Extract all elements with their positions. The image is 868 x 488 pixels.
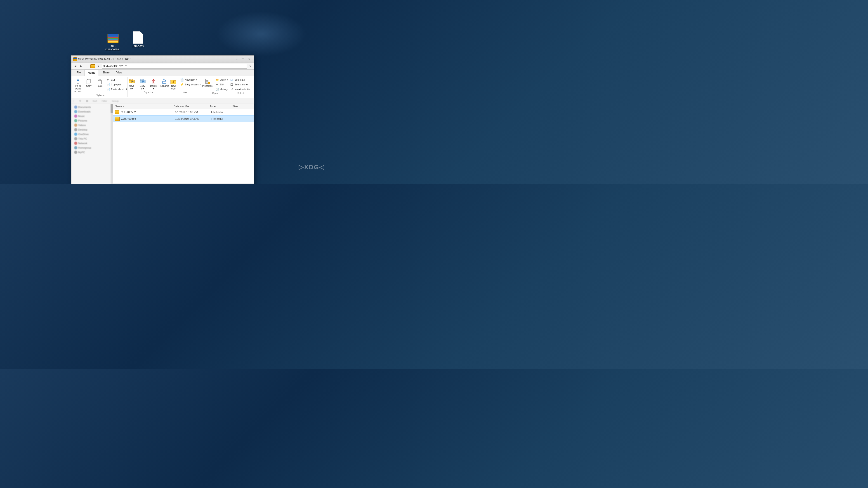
select-none-button[interactable]: ☐ Select none	[229, 82, 252, 87]
organize-group-content: Moveto ▾	[127, 77, 170, 91]
easy-access-dropdown-icon: ▾	[199, 84, 201, 86]
svg-rect-21	[87, 80, 90, 84]
close-button[interactable]: ✕	[246, 57, 252, 62]
minimize-button[interactable]: −	[234, 57, 240, 62]
copy-to-icon	[139, 78, 146, 85]
paste-button[interactable]: Paste	[95, 77, 105, 88]
column-header-type[interactable]: Type	[210, 105, 232, 108]
svg-rect-43	[162, 81, 166, 84]
new-group-content: Newfolder 📄 New item ▾ ⚡ Easy access ▾	[168, 77, 202, 91]
svg-rect-17	[76, 79, 79, 81]
rename-label: Rename	[160, 85, 169, 88]
status-selected: 1 item selected	[130, 184, 147, 185]
delete-button[interactable]: Delete ▾	[148, 77, 158, 91]
nav-item-10[interactable]: Homegroup	[71, 145, 113, 150]
name-sort-icon: ▲	[123, 105, 125, 107]
desktop-icon-label-eu-cusa: EU - CUSA00556...	[104, 45, 122, 51]
cut-label: Cut	[111, 78, 115, 81]
easy-access-icon: ⚡	[180, 83, 184, 86]
select-all-button[interactable]: ☑ Select all	[229, 77, 252, 82]
copy-path-button[interactable]: 📄 Copy path	[105, 82, 128, 87]
scissors-icon: ✂	[106, 78, 110, 82]
desktop-icon-label-usr-data: USR-DATA	[132, 45, 144, 48]
nav-scroll-thumb[interactable]	[111, 104, 113, 113]
xdg-logo: ▷XDG◁	[299, 163, 324, 171]
tab-home[interactable]: Home	[84, 70, 98, 76]
svg-point-57	[209, 84, 209, 84]
file-name-cusa00556: CUSA00556	[121, 117, 175, 121]
edit-icon: ✏	[215, 83, 219, 86]
nav-item-5[interactable]: Videos	[71, 123, 113, 127]
nav-scrollbar[interactable]	[111, 104, 113, 184]
navigation-pane: Documents Downloads Music Pictures	[71, 104, 113, 184]
paste-shortcut-icon: 📄	[106, 88, 110, 91]
move-to-icon	[128, 78, 135, 85]
nav-item-8[interactable]: This PC	[71, 136, 113, 141]
copy-to-button[interactable]: Copyto ▾	[137, 77, 147, 91]
open-dropdown-icon: ▾	[227, 78, 228, 81]
nav-back-button[interactable]: ◀	[73, 64, 78, 69]
nav-item-4[interactable]: Pictures	[71, 119, 113, 123]
nav-item-3[interactable]: Music	[71, 114, 113, 119]
column-header-size[interactable]: Size	[232, 105, 250, 108]
nav-item-9[interactable]: Network	[71, 141, 113, 145]
nav-item-1[interactable]: Documents	[71, 105, 113, 109]
pin-icon	[75, 78, 81, 85]
properties-button[interactable]: Properties	[201, 77, 214, 88]
nav-forward-button[interactable]: ▶	[79, 64, 84, 69]
move-to-button[interactable]: Moveto ▾	[127, 77, 136, 91]
open-group: Properties 📂 Open ▾ ✏ Edit �	[201, 77, 229, 95]
column-header-date[interactable]: Date modified	[174, 105, 210, 108]
maximize-button[interactable]: □	[240, 57, 246, 62]
history-button[interactable]: 🕐 History	[215, 87, 229, 92]
new-item-button[interactable]: 📄 New item ▾	[179, 77, 202, 82]
column-header-name[interactable]: Name ▲	[115, 105, 174, 108]
tab-view[interactable]: View	[113, 70, 125, 76]
address-path[interactable]: 33d7aec1367e207b	[102, 64, 247, 69]
title-bar-buttons: − □ ✕	[234, 57, 252, 62]
file-name-cusa00552: CUSA00552	[121, 111, 175, 114]
properties-icon	[204, 78, 211, 85]
svg-rect-4	[108, 34, 118, 37]
file-date-cusa00552: 6/1/2019 10:06 PM	[175, 111, 211, 114]
address-dropdown-button[interactable]: ▼	[96, 64, 101, 69]
nav-item-7[interactable]: OneDrive	[71, 132, 113, 136]
edit-label: Edit	[220, 83, 224, 86]
invert-selection-button[interactable]: ⇄ Invert selection	[229, 87, 252, 92]
file-type-cusa00556: File folder	[211, 117, 234, 121]
rename-icon	[162, 78, 168, 85]
tab-share[interactable]: Share	[99, 70, 113, 76]
move-to-label: Moveto ▾	[129, 85, 134, 90]
copy-to-label: Copyto ▾	[140, 85, 145, 90]
easy-access-button[interactable]: ⚡ Easy access ▾	[179, 82, 202, 87]
table-row[interactable]: CUSA00556 10/15/2019 9:43 AM File folder	[113, 116, 254, 122]
desktop-icon-usr-data[interactable]: USR-DATA	[129, 32, 147, 51]
organize-label: Organize	[129, 91, 167, 94]
nav-up-button[interactable]: ↑	[85, 64, 90, 69]
new-folder-button[interactable]: Newfolder	[168, 77, 178, 91]
explorer-window: Save Wizard for PS4 MAX - 1.0.6510.36416…	[71, 55, 254, 184]
nav-item-11[interactable]: MyPC	[71, 150, 113, 155]
refresh-button[interactable]: ↻	[248, 64, 253, 69]
pin-to-quick-access-button[interactable]: Pin to Quickaccess	[73, 77, 83, 94]
desktop-icon-eu-cusa00556[interactable]: EU - CUSA00556...	[104, 32, 122, 51]
select-group: ☑ Select all ☐ Select none ⇄ Invert sele…	[229, 77, 252, 95]
easy-access-label: Easy access	[185, 83, 199, 86]
desktop-icons-area: EU - CUSA00556... USR-DATA	[104, 32, 147, 51]
table-row[interactable]: CUSA00552 6/1/2019 10:06 PM File folder	[113, 109, 254, 116]
open-small-buttons: 📂 Open ▾ ✏ Edit 🕐 History	[215, 77, 229, 92]
status-item-count: 2 items	[115, 184, 123, 185]
tab-file[interactable]: File	[73, 70, 84, 76]
edit-button[interactable]: ✏ Edit	[215, 82, 229, 87]
address-bar: ◀ ▶ ↑ ▼ 33d7aec1367e207b ↻	[71, 63, 254, 70]
cut-button[interactable]: ✂ Cut	[105, 77, 128, 82]
open-button[interactable]: 📂 Open ▾	[215, 77, 229, 82]
nav-item-2[interactable]: Downloads	[71, 109, 113, 114]
paste-shortcut-button[interactable]: 📄 Paste shortcut	[105, 87, 128, 92]
svg-rect-9	[108, 41, 118, 42]
svg-rect-34	[143, 79, 144, 80]
nav-pane-items: Documents Downloads Music Pictures	[71, 105, 113, 155]
copy-button[interactable]: Copy	[84, 77, 94, 88]
file-list: Name ▲ Date modified Type Size	[113, 104, 254, 184]
nav-item-6[interactable]: Desktop	[71, 127, 113, 132]
